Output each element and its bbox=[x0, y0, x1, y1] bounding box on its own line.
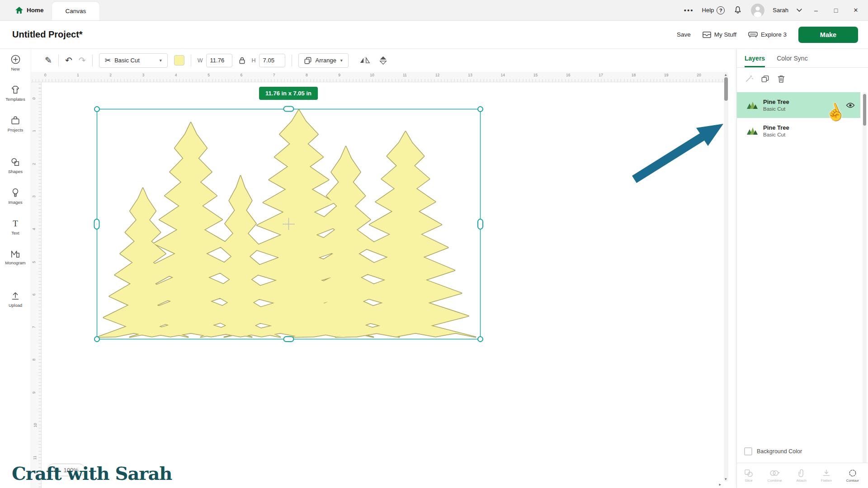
ruler-number: 8 bbox=[32, 359, 36, 361]
slice-button[interactable]: Slice bbox=[744, 469, 753, 483]
select-wand-icon[interactable] bbox=[745, 75, 753, 83]
draw-pencil-icon[interactable]: ✎ bbox=[45, 56, 52, 65]
resize-handle-top[interactable] bbox=[284, 107, 294, 112]
sidebar-item-text[interactable]: T Text bbox=[0, 219, 31, 249]
explore-machine-button[interactable]: Explore 3 bbox=[748, 31, 787, 38]
window-maximize-button[interactable]: □ bbox=[830, 7, 842, 14]
layer-tools-row bbox=[737, 68, 868, 89]
make-button[interactable]: Make bbox=[798, 27, 858, 43]
scroll-down-icon[interactable]: ▾ bbox=[725, 477, 727, 481]
project-title[interactable]: Untitled Project* bbox=[0, 29, 83, 40]
sidebar-item-label: Upload bbox=[9, 303, 22, 308]
chevron-down-icon: ▾ bbox=[160, 58, 162, 63]
ruler-number: 15 bbox=[533, 73, 538, 77]
tab-layers[interactable]: Layers bbox=[745, 49, 765, 67]
ruler-number: 11 bbox=[403, 73, 407, 77]
layer-row-pine-tree-2[interactable]: Pine Tree Basic Cut bbox=[737, 118, 860, 144]
resize-handle-bottom-left[interactable] bbox=[94, 337, 99, 342]
sidebar-item-images[interactable]: Images bbox=[0, 188, 31, 219]
canvas-scrollbar[interactable]: ▴ ▾ bbox=[724, 72, 728, 482]
sidebar-item-templates[interactable]: Templates bbox=[0, 85, 31, 116]
design-canvas[interactable]: 01234567891011121314151617181920 0123456… bbox=[31, 72, 736, 488]
scroll-up-icon[interactable]: ▴ bbox=[725, 72, 727, 77]
tab-home[interactable]: Home bbox=[0, 0, 52, 20]
scroll-right-icon[interactable]: ▸ bbox=[719, 482, 721, 487]
my-stuff-button[interactable]: My Stuff bbox=[703, 31, 736, 38]
save-button[interactable]: Save bbox=[677, 31, 691, 38]
undo-icon[interactable]: ↶ bbox=[65, 56, 72, 65]
v-ruler: 01234567891011 bbox=[31, 82, 42, 488]
resize-handle-top-right[interactable] bbox=[478, 107, 483, 112]
layer-row-pine-tree-1[interactable]: Pine Tree Basic Cut bbox=[737, 92, 860, 118]
sidebar-item-upload[interactable]: Upload bbox=[0, 291, 31, 322]
layer-visibility-eye-icon[interactable] bbox=[846, 102, 855, 108]
ruler-number: 10 bbox=[33, 423, 38, 427]
contour-icon bbox=[849, 469, 857, 477]
my-stuff-label: My Stuff bbox=[714, 31, 736, 38]
linetype-dropdown[interactable]: ✂ Basic Cut ▾ bbox=[99, 53, 168, 68]
resize-handle-left[interactable] bbox=[94, 219, 99, 229]
ruler-number: 0 bbox=[32, 98, 36, 100]
layer-list: Pine Tree Basic Cut Pine Tree Basic Cut bbox=[737, 89, 868, 144]
sidebar-item-projects[interactable]: Projects bbox=[0, 116, 31, 146]
ruler-number: 16 bbox=[566, 73, 570, 77]
lock-aspect-icon[interactable] bbox=[239, 56, 245, 64]
text-icon: T bbox=[13, 219, 18, 229]
flatten-button[interactable]: Flatten bbox=[821, 469, 831, 483]
contour-button[interactable]: Contour bbox=[846, 469, 859, 483]
ruler-number: 11 bbox=[33, 456, 37, 460]
tab-color-sync[interactable]: Color Sync bbox=[777, 49, 807, 67]
layer-linetype: Basic Cut bbox=[763, 106, 841, 112]
scrollbar-thumb[interactable] bbox=[724, 77, 728, 101]
sidebar-item-new[interactable]: New bbox=[0, 54, 31, 85]
titlebar: Home Canvas ••• Help ? Sarah – □ ✕ bbox=[0, 0, 868, 21]
window-minimize-button[interactable]: – bbox=[810, 7, 822, 14]
flip-horizontal-icon[interactable] bbox=[359, 56, 370, 64]
fill-color-swatch[interactable] bbox=[174, 55, 184, 66]
resize-handle-top-left[interactable] bbox=[94, 107, 99, 112]
tab-canvas-label: Canvas bbox=[66, 8, 86, 14]
delete-trash-icon[interactable] bbox=[777, 75, 785, 83]
width-input[interactable] bbox=[206, 54, 232, 67]
user-avatar[interactable] bbox=[751, 4, 764, 17]
design-sidebar: New Templates Projects Shapes Images T T… bbox=[0, 49, 31, 488]
sidebar-item-shapes[interactable]: Shapes bbox=[0, 157, 31, 188]
arrange-dropdown[interactable]: Arrange ▾ bbox=[298, 53, 349, 68]
redo-icon[interactable]: ↷ bbox=[79, 56, 86, 65]
background-color-row[interactable]: Background Color bbox=[744, 447, 802, 455]
notifications-bell-icon[interactable] bbox=[733, 5, 743, 15]
scrollbar-track[interactable] bbox=[724, 72, 728, 482]
resize-handle-bottom[interactable] bbox=[284, 337, 294, 342]
h-ruler: 01234567891011121314151617181920 bbox=[31, 72, 724, 82]
resize-handle-bottom-right[interactable] bbox=[478, 337, 483, 342]
duplicate-icon[interactable] bbox=[761, 75, 769, 83]
tab-canvas[interactable]: Canvas bbox=[52, 2, 100, 20]
ruler-number: 5 bbox=[32, 261, 36, 263]
ruler-number: 3 bbox=[32, 196, 36, 198]
home-icon bbox=[15, 7, 23, 14]
resize-handle-right[interactable] bbox=[478, 219, 483, 229]
scrollbar-thumb[interactable] bbox=[863, 94, 866, 126]
ruler-number: 10 bbox=[370, 73, 374, 77]
attach-button[interactable]: Attach bbox=[796, 469, 807, 483]
user-menu-chevron-icon[interactable] bbox=[797, 9, 802, 12]
layers-scrollbar[interactable] bbox=[863, 92, 867, 488]
background-color-checkbox[interactable] bbox=[744, 447, 752, 455]
selection-box[interactable] bbox=[97, 109, 481, 339]
overflow-menu-button[interactable]: ••• bbox=[684, 6, 694, 14]
window-close-button[interactable]: ✕ bbox=[850, 7, 862, 14]
header-actions: Save My Stuff Explore 3 Make bbox=[677, 27, 868, 43]
toolbar-divider bbox=[292, 55, 292, 66]
sidebar-item-label: New bbox=[11, 66, 19, 71]
background-color-label: Background Color bbox=[757, 448, 802, 455]
cricut-design-space-app: Home Canvas ••• Help ? Sarah – □ ✕ Untit… bbox=[0, 0, 868, 488]
flip-vertical-icon[interactable] bbox=[378, 56, 388, 65]
layer-name: Pine Tree bbox=[763, 124, 856, 131]
sidebar-item-monogram[interactable]: Monogram bbox=[0, 249, 31, 280]
help-button[interactable]: Help ? bbox=[702, 6, 725, 14]
templates-icon bbox=[10, 85, 20, 95]
layer-thumbnail-pine-trees bbox=[746, 101, 759, 110]
height-input[interactable] bbox=[259, 54, 285, 67]
user-name[interactable]: Sarah bbox=[773, 7, 788, 14]
combine-button[interactable]: Combine bbox=[768, 469, 782, 483]
